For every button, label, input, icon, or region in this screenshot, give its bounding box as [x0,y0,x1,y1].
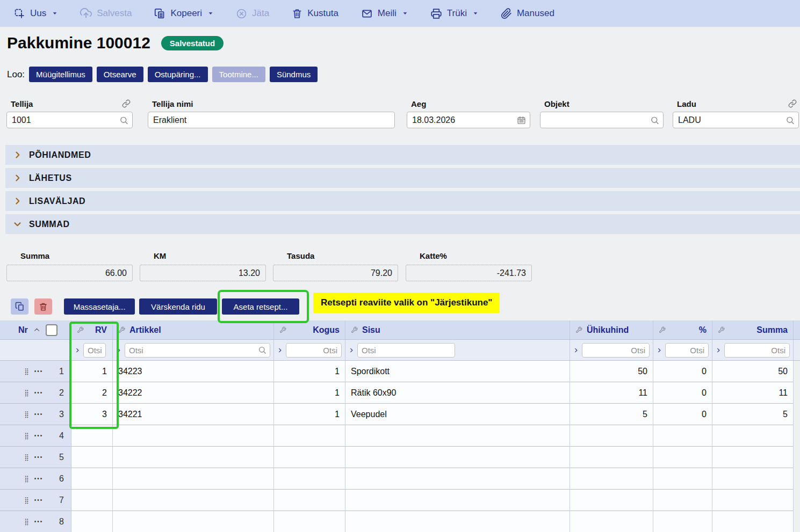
cell-artikkel[interactable] [113,511,274,532]
cell-pct[interactable] [653,468,712,490]
cell-summa[interactable] [712,468,794,490]
cell-artikkel[interactable] [113,468,274,490]
cell-artikkel[interactable] [113,447,274,468]
cell-pct[interactable]: 0 [653,361,712,382]
cell-kogus[interactable] [274,425,345,447]
wrench-icon[interactable] [118,326,125,333]
customer-name-input[interactable] [148,112,395,128]
row-menu-button[interactable]: ••• [34,519,44,524]
column-header-yhikuhind[interactable]: Ühikuhind [570,320,653,340]
cell-artikkel[interactable]: 34221 [113,404,274,425]
cell-rv[interactable] [71,425,113,447]
cell-artikkel[interactable]: 34222 [113,382,274,404]
cell-yhikuhind[interactable] [570,511,653,532]
wrench-icon[interactable] [718,326,725,333]
pct-search-input[interactable] [665,343,709,358]
cell-yhikuhind[interactable] [570,468,653,490]
cell-summa[interactable]: 5 [712,404,794,425]
cell-rv[interactable]: 3 [71,404,113,425]
chevron-down-icon[interactable] [473,11,478,16]
cell-artikkel[interactable] [113,490,274,511]
cell-sisu[interactable] [345,425,570,447]
drag-handle-icon[interactable]: ⣿ [24,476,29,482]
row-header[interactable]: ⣿ ••• 8 [0,511,71,532]
column-header-summa[interactable]: Summa [712,320,794,340]
customer-input[interactable] [6,112,133,128]
select-all-checkbox[interactable] [46,324,57,336]
summa-search-input[interactable] [724,343,790,358]
cell-yhikuhind[interactable] [570,425,653,447]
cell-kogus[interactable] [274,468,345,490]
insert-recipe-button[interactable]: Aseta retsept... [222,298,299,315]
cell-summa[interactable] [712,425,794,447]
drag-handle-icon[interactable]: ⣿ [24,368,29,375]
row-header[interactable]: ⣿ ••• 6 [0,468,71,490]
cell-sisu[interactable] [345,490,570,511]
mass-insert-button[interactable]: Massasetaja... [64,298,135,315]
toolbar-attachments-button[interactable]: Manused [501,8,554,19]
cell-kogus[interactable] [274,447,345,468]
cell-yhikuhind[interactable] [570,447,653,468]
drag-handle-icon[interactable]: ⣿ [24,497,29,504]
cell-rv[interactable]: 2 [71,382,113,404]
create-direct-invoice-button[interactable]: Otsearve [97,67,143,82]
column-header-kogus[interactable]: Kogus [274,320,345,340]
cell-yhikuhind[interactable]: 11 [570,382,653,404]
kogus-search-input[interactable] [286,343,342,358]
column-header-nr[interactable]: Nr [0,320,71,340]
chevron-right-icon[interactable] [573,346,579,354]
row-menu-button[interactable]: ••• [34,368,44,374]
refresh-rows-button[interactable]: Värskenda ridu [139,298,217,315]
toolbar-discard-button[interactable]: Jäta [236,8,269,19]
create-production-button[interactable]: Tootmine... [212,67,265,82]
chevron-right-icon[interactable] [716,346,722,354]
cell-pct[interactable]: 0 [653,404,712,425]
cell-summa[interactable] [712,511,794,532]
drag-handle-icon[interactable]: ⣿ [24,433,29,439]
column-header-sisu[interactable]: Sisu [345,320,570,340]
row-menu-button[interactable]: ••• [34,476,44,482]
cell-kogus[interactable]: 1 [274,361,345,382]
create-sales-order-button[interactable]: Müügitellimus [29,67,92,82]
cell-rv[interactable] [71,511,113,532]
cell-sisu[interactable] [345,447,570,468]
object-input[interactable] [540,112,664,128]
wrench-icon[interactable] [659,326,666,333]
cell-rv[interactable]: 1 [71,361,113,382]
search-icon[interactable] [258,346,266,354]
cell-kogus[interactable] [274,490,345,511]
wrench-icon[interactable] [77,326,84,333]
chevron-right-icon[interactable] [349,346,355,354]
column-header-rv[interactable]: RV [71,320,113,340]
section-pohiandmed[interactable]: PÕHIANDMED [5,145,800,165]
toolbar-mail-button[interactable]: Meili [361,8,408,19]
cell-pct[interactable] [653,490,712,511]
column-header-artikkel[interactable]: Artikkel [113,320,274,340]
sisu-search-input[interactable] [357,343,455,358]
cell-rv[interactable] [71,447,113,468]
cell-artikkel[interactable] [113,425,274,447]
create-event-button[interactable]: Sündmus [270,67,318,82]
drag-handle-icon[interactable]: ⣿ [24,411,29,418]
cell-sisu[interactable]: Spordikott [345,361,570,382]
cell-sisu[interactable]: Rätik 60x90 [345,382,570,404]
cell-summa[interactable]: 11 [712,382,794,404]
column-header-pct[interactable]: % [653,320,712,340]
cell-summa[interactable] [712,490,794,511]
section-lisavaljad[interactable]: LISAVÄLJAD [5,191,800,211]
warehouse-input[interactable] [673,112,799,128]
calendar-icon[interactable] [517,115,526,125]
row-header[interactable]: ⣿ ••• 2 [0,382,71,404]
delete-rows-button[interactable] [34,298,52,315]
section-summad[interactable]: SUMMAD [5,214,800,234]
link-icon[interactable] [788,99,797,108]
drag-handle-icon[interactable]: ⣿ [24,454,29,461]
yhikuhind-search-input[interactable] [582,343,650,358]
toolbar-save-button[interactable]: Salvesta [80,8,132,19]
cell-yhikuhind[interactable]: 5 [570,404,653,425]
cell-kogus[interactable]: 1 [274,382,345,404]
row-menu-button[interactable]: ••• [34,497,44,503]
chevron-right-icon[interactable] [116,346,122,354]
artikkel-search-input[interactable] [125,343,270,358]
create-purchase-inquiry-button[interactable]: Ostupäring... [148,67,208,82]
